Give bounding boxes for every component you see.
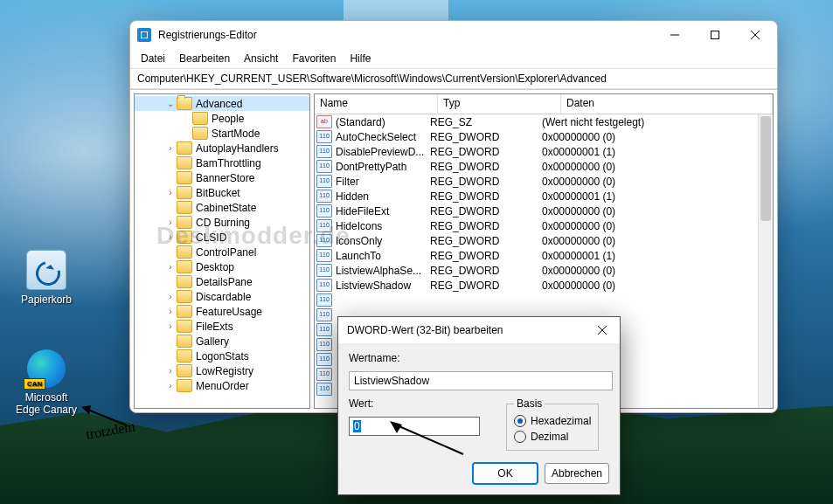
registry-tree[interactable]: ⌄AdvancedPeopleStartMode›AutoplayHandler…: [134, 93, 310, 409]
tree-item[interactable]: ›CD Burning: [135, 215, 309, 230]
expand-icon[interactable]: ›: [164, 321, 177, 331]
row-type: REG_DWORD: [430, 280, 542, 292]
value-row[interactable]: 110AutoCheckSelectREG_DWORD0x00000000 (0…: [315, 129, 773, 144]
row-name: DontPrettyPath: [336, 161, 430, 173]
value-row[interactable]: 110DisablePreviewD...REG_DWORD0x00000001…: [315, 144, 773, 159]
value-row[interactable]: ab(Standard)REG_SZ(Wert nicht festgelegt…: [315, 114, 773, 129]
tree-item[interactable]: ›Discardable: [135, 289, 309, 304]
tree-item[interactable]: ›BitBucket: [135, 185, 309, 200]
row-type: REG_DWORD: [430, 131, 542, 143]
tree-item[interactable]: ›Desktop: [135, 259, 309, 274]
titlebar[interactable]: Registrierungs-Editor: [130, 21, 777, 49]
column-headers[interactable]: Name Typ Daten: [315, 94, 773, 114]
value-row[interactable]: 110LaunchToREG_DWORD0x00000001 (1): [315, 248, 773, 263]
string-value-icon: ab: [316, 115, 332, 128]
expand-icon[interactable]: ›: [164, 381, 177, 390]
dword-value-icon: 110: [316, 308, 332, 321]
radio-dec-icon: [514, 431, 526, 443]
tree-item[interactable]: ›LowRegistry: [135, 363, 309, 378]
tree-item[interactable]: ›FeatureUsage: [135, 304, 309, 319]
tree-item[interactable]: ControlPanel: [135, 245, 309, 259]
menu-hilfe[interactable]: Hilfe: [343, 51, 378, 66]
tree-item[interactable]: People: [135, 111, 309, 126]
basis-group: Basis Hexadezimal Dezimal: [506, 397, 599, 451]
menu-datei[interactable]: Datei: [134, 51, 172, 66]
value-row[interactable]: 110FilterREG_DWORD0x00000000 (0): [315, 174, 773, 189]
tree-item-label: ControlPanel: [196, 246, 256, 259]
address-bar[interactable]: Computer\HKEY_CURRENT_USER\Software\Micr…: [130, 69, 777, 89]
edge-canary-desktop-icon[interactable]: CAN Microsoft Edge Canary: [12, 349, 80, 416]
radio-hex[interactable]: Hexadezimal: [514, 413, 591, 429]
row-data: 0x00000000 (0): [542, 280, 773, 292]
tree-item-label: AutoplayHandlers: [196, 142, 279, 155]
tree-item-label: CD Burning: [196, 217, 250, 229]
tree-item[interactable]: StartMode: [135, 126, 309, 141]
tree-item-label: Desktop: [196, 261, 234, 273]
expand-icon[interactable]: ›: [164, 307, 177, 316]
row-type: REG_DWORD: [430, 235, 542, 247]
folder-icon: [177, 275, 192, 288]
expand-icon[interactable]: ›: [164, 292, 177, 301]
tree-item[interactable]: Gallery: [135, 334, 309, 349]
expand-icon[interactable]: ›: [164, 262, 177, 272]
minimize-button[interactable]: [655, 21, 695, 49]
row-type: REG_SZ: [430, 116, 542, 128]
dword-value-icon: 110: [316, 338, 332, 351]
ok-button[interactable]: OK: [473, 463, 538, 484]
maximize-button[interactable]: [695, 21, 735, 49]
value-row[interactable]: 110HideIconsREG_DWORD0x00000000 (0): [315, 218, 773, 233]
value-row[interactable]: 110IconsOnlyREG_DWORD0x00000000 (0): [315, 233, 773, 248]
tree-item[interactable]: ›AutoplayHandlers: [135, 141, 309, 155]
value-row[interactable]: 110DontPrettyPathREG_DWORD0x00000000 (0): [315, 159, 773, 174]
value-name-field[interactable]: ListviewShadow: [349, 371, 613, 390]
tree-item-label: Advanced: [196, 98, 242, 110]
col-name[interactable]: Name: [315, 94, 438, 114]
tree-item[interactable]: DetailsPane: [135, 274, 309, 289]
value-input[interactable]: 0: [349, 417, 480, 436]
recycle-bin-icon: [26, 250, 66, 290]
tree-item[interactable]: ›CLSID: [135, 230, 309, 245]
menu-favoriten[interactable]: Favoriten: [285, 51, 343, 66]
expand-icon[interactable]: ›: [164, 188, 177, 197]
tree-item[interactable]: BamThrottling: [135, 155, 309, 170]
value-row[interactable]: 110HiddenREG_DWORD0x00000001 (1): [315, 189, 773, 204]
tree-item-label: StartMode: [212, 128, 260, 140]
tree-item[interactable]: ⌄Advanced: [135, 96, 309, 111]
recycle-bin-desktop-icon[interactable]: Papierkorb: [12, 250, 80, 306]
basis-label: Basis: [514, 397, 545, 410]
dword-value-icon: 110: [316, 264, 332, 277]
folder-icon: [177, 231, 192, 244]
dialog-close-button[interactable]: [588, 317, 616, 343]
menu-ansicht[interactable]: Ansicht: [237, 51, 285, 66]
tree-item[interactable]: BannerStore: [135, 170, 309, 185]
list-scrollbar[interactable]: [758, 114, 773, 408]
tree-item[interactable]: LogonStats: [135, 349, 309, 363]
expand-icon[interactable]: ›: [164, 366, 177, 376]
cancel-button[interactable]: Abbrechen: [545, 463, 609, 484]
col-data[interactable]: Daten: [561, 94, 773, 114]
tree-item[interactable]: ›FileExts: [135, 319, 309, 334]
value-row[interactable]: 110: [315, 293, 773, 307]
value-row[interactable]: 110ListviewShadowREG_DWORD0x00000000 (0): [315, 278, 773, 293]
dword-value-icon: 110: [316, 204, 332, 217]
address-text: Computer\HKEY_CURRENT_USER\Software\Micr…: [137, 72, 607, 85]
row-name: HideIcons: [336, 220, 430, 232]
edge-icon: CAN: [27, 349, 66, 388]
expand-icon[interactable]: ›: [164, 232, 177, 242]
tree-item[interactable]: CabinetState: [135, 200, 309, 215]
radio-dec[interactable]: Dezimal: [514, 429, 591, 445]
folder-icon: [177, 379, 192, 392]
value-row[interactable]: 110ListviewAlphaSe...REG_DWORD0x00000000…: [315, 263, 773, 278]
menu-bearbeiten[interactable]: Bearbeiten: [172, 51, 237, 66]
close-button[interactable]: [735, 21, 775, 49]
recycle-bin-label: Papierkorb: [12, 293, 80, 306]
dialog-titlebar[interactable]: DWORD-Wert (32-Bit) bearbeiten: [338, 317, 620, 343]
value-row[interactable]: 110HideFileExtREG_DWORD0x00000000 (0): [315, 204, 773, 218]
expand-icon[interactable]: ›: [164, 217, 177, 227]
expand-icon[interactable]: ⌄: [164, 99, 177, 108]
tree-item[interactable]: ›MenuOrder: [135, 378, 309, 393]
edit-dword-dialog: DWORD-Wert (32-Bit) bearbeiten Wertname:…: [337, 316, 621, 495]
expand-icon[interactable]: ›: [164, 143, 177, 153]
tree-item-label: Gallery: [196, 335, 229, 348]
col-type[interactable]: Typ: [438, 94, 561, 114]
